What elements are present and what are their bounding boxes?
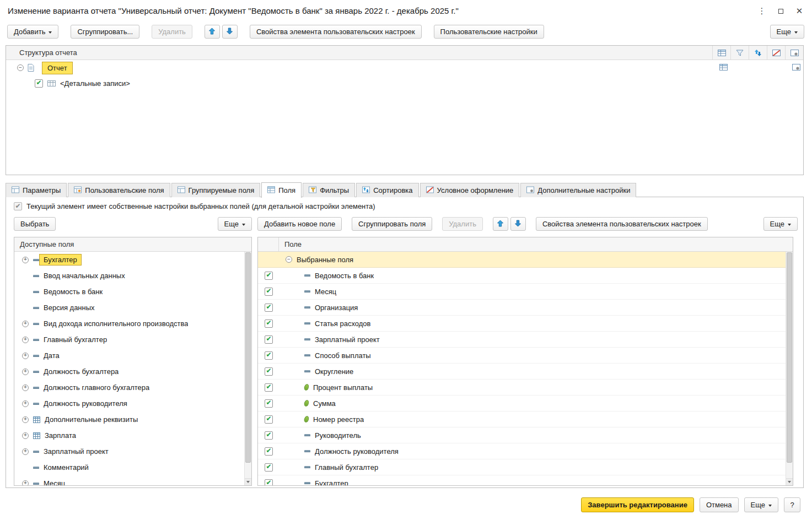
expand-icon[interactable] [22,416,29,423]
report-root-row[interactable]: Отчет [6,60,803,75]
scrollbar[interactable] [786,252,793,485]
expand-icon[interactable] [22,257,29,263]
scrollbar-thumb[interactable] [787,252,792,463]
field-move-down-button[interactable] [510,217,526,231]
scrollbar[interactable] [244,252,251,485]
cancel-button[interactable]: Отмена [700,497,739,512]
finish-editing-button[interactable]: Завершить редактирование [581,497,694,512]
tab-custom-fields[interactable]: Пользовательские поля [68,183,170,197]
table-row[interactable]: ✔Должность руководителя [258,443,786,459]
checkbox[interactable]: ✔ [265,304,273,312]
collapse-icon[interactable] [286,256,292,263]
group-fields-button[interactable]: Сгруппировать поля [352,217,432,231]
tab-fields[interactable]: Поля [261,182,302,198]
list-item[interactable]: Должность руководителя [14,396,244,411]
list-item[interactable]: Бухгалтер [14,252,244,268]
row-fields-icon[interactable] [719,63,728,73]
selected-fields-group-row[interactable]: Выбранные поля [258,252,786,268]
table-row[interactable]: ✔Способ выплаты [258,348,786,364]
checkbox[interactable]: ✔ [265,319,273,328]
row-additional-settings-icon[interactable] [792,63,800,73]
table-row[interactable]: ✔Ведомость в банк [258,268,786,284]
checkbox[interactable]: ✔ [265,415,273,424]
list-item[interactable]: Главный бухгалтер [14,332,244,348]
close-button[interactable]: ✕ [791,3,808,19]
field-properties-button[interactable]: Свойства элемента пользовательских настр… [536,217,708,231]
checkbox[interactable]: ✔ [265,288,273,296]
table-row[interactable]: ✔Сумма [258,396,786,411]
table-row[interactable]: ✔Статья расходов [258,316,786,332]
table-row[interactable]: ✔Бухгалтер [258,475,786,485]
list-item[interactable]: Месяц [14,475,244,485]
expand-icon[interactable] [22,321,29,327]
move-down-button[interactable] [222,25,238,39]
checkbox[interactable]: ✔ [265,272,273,280]
tab-sorting[interactable]: Сортировка [356,183,418,197]
checkbox[interactable]: ✔ [265,383,273,392]
available-more-button[interactable]: Еще [218,217,252,231]
list-item[interactable]: Дата [14,348,244,364]
table-row[interactable]: ✔Руководитель [258,427,786,443]
table-row[interactable]: ✔Организация [258,300,786,316]
add-button[interactable]: Добавить [7,25,58,39]
expand-icon[interactable] [22,369,29,375]
add-new-field-button[interactable]: Добавить новое поле [257,217,342,231]
maximize-button[interactable] [772,3,789,19]
report-node-label[interactable]: Отчет [42,62,73,74]
checkbox[interactable]: ✔ [265,399,273,408]
list-item[interactable]: Ввод начальных данных [14,268,244,284]
delete-button[interactable]: Удалить [152,25,192,39]
table-row[interactable]: ✔Округление [258,364,786,380]
checkbox[interactable]: ✔ [265,479,273,486]
select-button[interactable]: Выбрать [14,217,56,231]
checkbox[interactable]: ✔ [265,335,273,344]
list-item[interactable]: Должность главного бухгалтера [14,380,244,396]
expand-icon[interactable] [22,337,29,343]
scroll-down-button[interactable] [786,478,793,485]
checkbox[interactable]: ✔ [265,463,273,472]
expand-icon[interactable] [22,353,29,359]
expand-icon[interactable] [22,480,29,486]
list-item[interactable]: Версия данных [14,300,244,316]
user-settings-button[interactable]: Пользовательские настройки [434,25,544,39]
selected-more-button[interactable]: Еще [763,217,798,231]
expand-icon[interactable] [22,400,29,407]
more-button[interactable]: Еще [770,25,804,39]
list-item[interactable]: Ведомость в банк [14,284,244,300]
list-item[interactable]: Должность бухгалтера [14,364,244,380]
tab-conditional-appearance[interactable]: Условное оформление [420,183,520,197]
list-item[interactable]: Комментарий [14,459,244,475]
list-item[interactable]: Зарплата [14,427,244,443]
help-button[interactable]: ? [784,497,800,512]
table-row[interactable]: ✔Главный бухгалтер [258,459,786,475]
expand-icon[interactable] [22,448,29,455]
checkbox[interactable]: ✔ [265,447,273,456]
collapse-icon[interactable] [17,64,24,71]
checkbox[interactable]: ✔ [265,367,273,376]
expand-icon[interactable] [22,432,29,439]
element-properties-button[interactable]: Свойства элемента пользовательских настр… [250,25,422,39]
delete-field-button[interactable]: Удалить [442,217,483,231]
list-item[interactable]: Дополнительные реквизиты [14,411,244,427]
checkbox[interactable]: ✔ [265,431,273,440]
detail-records-row[interactable]: ✔ <Детальные записи> [6,75,803,91]
table-row[interactable]: ✔Номер реестра [258,411,786,427]
footer-more-button[interactable]: Еще [744,497,778,512]
checkbox[interactable]: ✔ [265,351,273,360]
table-row[interactable]: ✔Зарплатный проект [258,332,786,348]
tab-additional-settings[interactable]: Дополнительные настройки [520,183,636,197]
field-move-up-button[interactable] [493,217,508,231]
window-menu-button[interactable]: ⋮ [754,3,770,19]
tab-filters[interactable]: Фильтры [303,183,355,197]
list-item[interactable]: Вид дохода исполнительного производства [14,316,244,332]
scrollbar-thumb[interactable] [245,252,251,463]
tab-grouping-fields[interactable]: Группируемые поля [171,183,261,197]
move-up-button[interactable] [205,25,220,39]
scroll-down-button[interactable] [245,478,251,485]
group-button[interactable]: Сгруппировать... [71,25,139,39]
table-row[interactable]: ✔Процент выплаты [258,380,786,396]
expand-icon[interactable] [22,384,29,391]
detail-records-checkbox[interactable]: ✔ [35,79,43,88]
tab-parameters[interactable]: Параметры [6,183,67,197]
list-item[interactable]: Зарплатный проект [14,443,244,459]
